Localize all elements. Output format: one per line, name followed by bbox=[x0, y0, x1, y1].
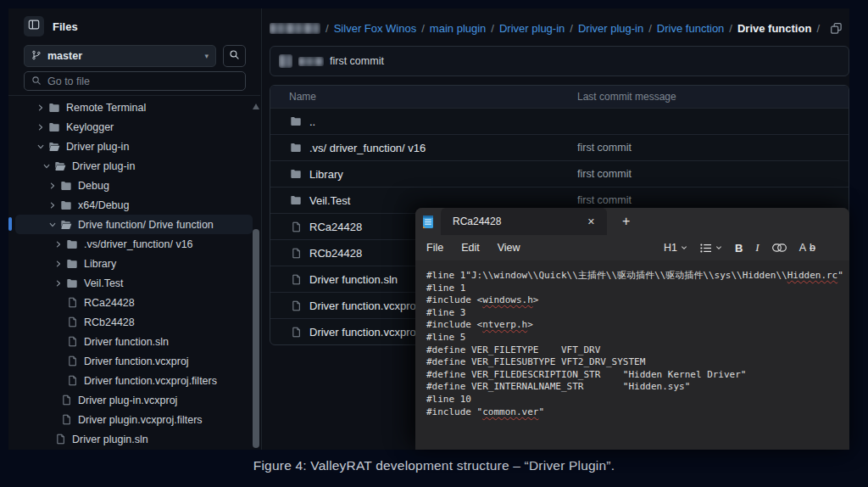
scroll-up-arrow-icon[interactable] bbox=[253, 104, 259, 109]
breadcrumb-separator: / bbox=[326, 22, 329, 35]
file-icon bbox=[289, 221, 303, 232]
file-name[interactable]: RCa24428 bbox=[309, 221, 362, 233]
table-row[interactable]: .. bbox=[270, 108, 849, 134]
tree-item-driver-function-sln[interactable]: Driver function.sln bbox=[15, 332, 253, 351]
tree-scrollbar[interactable] bbox=[252, 97, 260, 450]
folder-open-icon bbox=[53, 160, 67, 172]
search-icon bbox=[31, 74, 42, 89]
chevron-right-icon[interactable] bbox=[52, 260, 65, 268]
file-name[interactable]: Library bbox=[309, 168, 343, 181]
notepad-text-area[interactable]: #line 1"J:\\window\\Quick\\主插件\\驱动插件\\驱动… bbox=[415, 260, 849, 418]
tree-item--vs-driver-function-v16[interactable]: .vs/driver_function/ v16 bbox=[15, 234, 253, 254]
copy-path-icon[interactable] bbox=[830, 22, 843, 35]
go-to-file-input[interactable]: Go to file bbox=[24, 71, 246, 91]
collapse-sidebar-button[interactable] bbox=[24, 16, 44, 36]
file-icon bbox=[65, 375, 79, 386]
tree-item-driver-plugin-sln[interactable]: Driver plugin.sln bbox=[15, 429, 253, 449]
tree-item-label: .vs/driver_function/ v16 bbox=[84, 238, 193, 250]
breadcrumb-separator: / bbox=[491, 22, 494, 35]
file-name[interactable]: RCb24428 bbox=[309, 247, 362, 260]
tree-item-driver-function-vcxproj-filters[interactable]: Driver function.vcxproj.filters bbox=[15, 371, 253, 390]
chevron-right-icon[interactable] bbox=[46, 201, 59, 210]
tree-item-driver-plug-in[interactable]: Driver plug-in bbox=[15, 137, 253, 156]
italic-button[interactable]: I bbox=[755, 241, 759, 255]
last-commit-message: first commit bbox=[577, 168, 632, 180]
tab-rca24428[interactable]: RCa24428 ✕ bbox=[441, 208, 607, 235]
file-name[interactable]: Driver function.vcxproj bbox=[309, 299, 419, 312]
scrollbar-thumb[interactable] bbox=[253, 229, 259, 448]
folder-icon bbox=[65, 238, 79, 250]
breadcrumb-link[interactable]: Silver Fox Winos bbox=[334, 22, 417, 35]
tree-item-debug[interactable]: Debug bbox=[15, 176, 253, 195]
code-line: #define VER_INTERNALNAME_STR "Hidden.sys… bbox=[426, 381, 849, 394]
chevron-right-icon[interactable] bbox=[52, 279, 65, 288]
tree-item-rca24428[interactable]: RCa24428 bbox=[15, 293, 253, 312]
link-icon bbox=[772, 244, 787, 252]
file-name[interactable]: .vs/ driver_function/ v16 bbox=[309, 142, 426, 154]
last-commit-bar: first commit bbox=[270, 46, 849, 76]
new-tab-button[interactable]: + bbox=[622, 214, 630, 229]
breadcrumb-separator: / bbox=[648, 22, 652, 35]
files-sidebar: Files master ▾ Go to file Remote Term bbox=[8, 8, 262, 450]
tree-item-driver-function-vcxproj[interactable]: Driver function.vcxproj bbox=[15, 351, 253, 371]
folder-icon bbox=[289, 168, 303, 180]
tree-item-driver-plug-in[interactable]: Driver plug-in bbox=[15, 156, 253, 176]
file-name[interactable]: Veil.Test bbox=[309, 194, 350, 207]
code-line: #include "common.ver" bbox=[426, 406, 849, 419]
list-icon bbox=[700, 244, 712, 253]
chevron-down-icon[interactable] bbox=[40, 162, 53, 171]
chevron-down-icon[interactable] bbox=[46, 221, 59, 229]
list-style-dropdown[interactable] bbox=[700, 244, 722, 253]
menu-view[interactable]: View bbox=[498, 242, 520, 254]
chevron-right-icon[interactable] bbox=[52, 240, 65, 249]
folder-open-icon bbox=[47, 141, 61, 153]
folder-open-icon bbox=[59, 219, 73, 231]
column-name: Name bbox=[270, 91, 577, 103]
chevron-down-icon: ▾ bbox=[204, 52, 209, 60]
tree-item-driver-plug-in-vcxproj[interactable]: Driver plug-in.vcxproj bbox=[15, 390, 253, 410]
code-line: #include <ntverp.h> bbox=[426, 319, 849, 332]
file-name[interactable]: Driver function.sln bbox=[309, 273, 398, 286]
breadcrumb-link[interactable]: Driver plug-in bbox=[578, 22, 643, 35]
file-icon bbox=[65, 316, 79, 327]
breadcrumb-link[interactable]: Driver plug-in bbox=[499, 22, 565, 35]
menu-edit[interactable]: Edit bbox=[461, 242, 480, 254]
chevron-down-icon[interactable] bbox=[34, 143, 47, 151]
tree-item-keylogger[interactable]: Keylogger bbox=[15, 117, 253, 137]
code-line: #define VER_FILETYPE VFT_DRV bbox=[426, 344, 849, 357]
tree-item-veil-test[interactable]: Veil.Test bbox=[15, 273, 253, 293]
breadcrumb-link[interactable]: Drive function bbox=[657, 22, 724, 35]
menu-file[interactable]: File bbox=[426, 242, 443, 254]
heading-style-dropdown[interactable]: H1 bbox=[664, 242, 687, 254]
tree-item-label: Driver function.vcxproj bbox=[84, 355, 189, 367]
file-name[interactable]: .. bbox=[309, 115, 315, 128]
table-row[interactable]: .vs/ driver_function/ v16first commit bbox=[270, 134, 849, 160]
chevron-right-icon[interactable] bbox=[34, 104, 47, 112]
branch-selector[interactable]: master ▾ bbox=[24, 45, 216, 67]
close-tab-icon[interactable]: ✕ bbox=[584, 215, 598, 229]
code-line: #line 3 bbox=[426, 307, 849, 320]
code-line: #define VER_FILEDESCRIPTION_STR "Hidden … bbox=[426, 369, 849, 382]
breadcrumb-current: Drive function bbox=[737, 22, 811, 35]
folder-icon bbox=[47, 102, 61, 114]
branch-search-button[interactable] bbox=[223, 45, 246, 67]
tree-item-x64-debug[interactable]: x64/Debug bbox=[15, 195, 253, 215]
chevron-right-icon[interactable] bbox=[34, 123, 47, 132]
file-icon bbox=[53, 434, 67, 445]
branch-icon bbox=[31, 48, 42, 64]
link-button[interactable] bbox=[772, 244, 787, 252]
tree-item-remote-terminal[interactable]: Remote Terminal bbox=[15, 98, 253, 117]
folder-icon bbox=[65, 277, 79, 289]
tree-item-driver-plugin-vcxproj-filters[interactable]: Driver plugin.vcxproj.filters bbox=[15, 410, 253, 429]
breadcrumb-link[interactable]: main plugin bbox=[430, 22, 487, 35]
bold-button[interactable]: B bbox=[735, 242, 743, 255]
file-icon bbox=[65, 297, 79, 308]
clear-formatting-button[interactable]: Ab bbox=[799, 242, 815, 254]
tree-item-rcb24428[interactable]: RCb24428 bbox=[15, 312, 253, 332]
last-commit-message: first commit bbox=[577, 142, 632, 154]
tree-item-drive-function-drive-function[interactable]: Drive function/ Drive function bbox=[15, 215, 253, 234]
chevron-right-icon[interactable] bbox=[46, 182, 59, 190]
table-row[interactable]: Libraryfirst commit bbox=[270, 160, 849, 187]
tree-item-library[interactable]: Library bbox=[15, 254, 253, 273]
last-commit-message: first commit bbox=[577, 194, 632, 206]
